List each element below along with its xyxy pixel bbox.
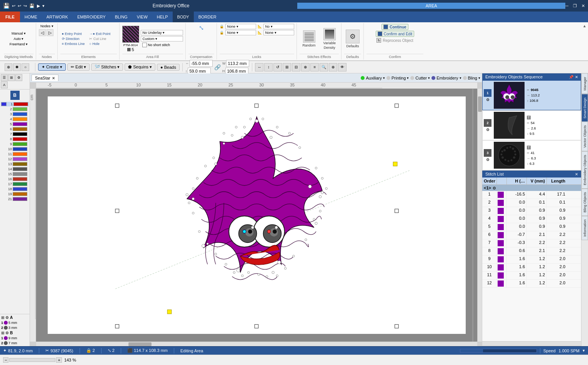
color-row-9[interactable]: 9 [1,142,29,146]
defaults-btn[interactable]: ⚙ Defaults [344,28,361,49]
color-row-14[interactable]: 14 [1,167,29,171]
vtab-embroidery-objects[interactable]: Embroidery Objects [581,151,588,189]
color-row-6[interactable]: 6 [1,127,29,131]
handle-bl[interactable] [115,324,119,328]
vtab-manager[interactable]: Manager [581,73,588,94]
obj-settings-2[interactable]: ⚙ [486,128,490,132]
menu-border[interactable]: BORDER [194,12,221,22]
no-underlay-dropdown[interactable]: No Underlay ▾ [141,30,183,35]
panel-separator[interactable] [472,89,473,342]
document-tab[interactable]: SeaStar ✕ [32,75,58,81]
reprocess-btn[interactable]: ↻ Reprocess Object [375,38,415,43]
menu-body[interactable]: BODY [173,12,194,22]
color-row-17[interactable]: 17 [1,182,29,186]
stitch-hscroll[interactable] [482,341,581,346]
color-row-8[interactable]: 8 [1,137,29,141]
cutter-tab[interactable]: Cutter▾ [410,76,430,80]
order-icon[interactable]: ≡ [310,63,319,71]
obj-settings-1[interactable]: ⚙ [486,98,490,102]
area-fill-thumb[interactable] [122,26,139,43]
save-btn[interactable]: 💾 [29,3,35,8]
redo-btn[interactable]: ↪ [23,3,27,8]
menu-home[interactable]: HOME [20,12,42,22]
needle-4[interactable]: 2 7 mm [1,341,28,345]
color-row-11[interactable]: 11 [1,152,29,156]
corner-marker[interactable] [393,162,397,166]
needle-1[interactable]: 1 5 mm [1,321,28,325]
embobj-pin[interactable]: 📌 [569,75,573,79]
flip-h-icon[interactable]: ↔ [255,63,263,71]
zoom-out-btn[interactable]: − [3,357,8,363]
menu-bling[interactable]: BLING [110,12,132,22]
lock-none-2[interactable]: None ▾ [225,30,256,35]
stitch-row-7[interactable]: 7 -0.3 2.2 2.2 [482,239,581,247]
left-tool-1[interactable]: ☰ [1,74,8,81]
stitch-row-12[interactable]: 12 1.6 1.2 2.0 [482,280,581,288]
vscroll-thumb[interactable] [478,96,482,112]
color-row-3[interactable]: 3 [1,112,29,116]
color-row-15[interactable]: 15 [1,172,29,176]
beads-btn[interactable]: ●Beads [157,64,180,71]
canvas-main[interactable] [36,89,477,342]
quick-btn[interactable]: ▶ [37,3,40,8]
minimize-btn[interactable]: ─ [565,3,568,8]
view-icon[interactable]: 👁 [338,63,346,71]
tool-icon-1[interactable]: ⊕ [5,63,12,71]
speed-dropdown[interactable]: ▾ [583,348,585,353]
freehand-dropdown[interactable]: FreeHand ▾ [8,42,30,46]
confirm-edit-btn[interactable]: Confirm and Edit [376,31,414,37]
color-row-12[interactable]: 12 [1,157,29,161]
stitches-btn[interactable]: 🪡Stitches ▾ [91,63,123,71]
handle-bm[interactable] [255,324,258,328]
node-tool-2[interactable]: ▷ [47,29,53,36]
handle-tl[interactable] [115,104,119,108]
color-row-18[interactable]: 18 [1,187,29,191]
obj-item-2[interactable]: 2 ⚙ T ✂ 54 ↔ [482,110,581,140]
color-row-7[interactable]: 7 [1,132,29,136]
color-row-2[interactable]: 2 [1,107,29,111]
menu-file[interactable]: FILE [0,12,20,22]
undo-btn[interactable]: ↩ [12,3,15,8]
color-row-10[interactable]: 10 [1,147,29,151]
doc-close[interactable]: ✕ [52,76,55,80]
color-row-4[interactable]: 4 [1,117,29,121]
ribbon-expand[interactable]: ▲ [583,23,586,60]
color-row-19[interactable]: 19 [1,192,29,196]
color-row-21[interactable]: 21 [1,197,29,201]
vscrollbar[interactable] [477,89,482,342]
entry-point-btn[interactable]: ● Entry Point [60,32,87,36]
auto-dropdown[interactable]: Auto ▾ [12,36,25,41]
color-row-1[interactable]: 1 [1,102,29,106]
group-icon[interactable]: ⊕ [301,63,310,71]
needle-2[interactable]: 2 3 mm [1,326,28,330]
handle-tr[interactable] [395,104,399,108]
color-row-16[interactable]: 16 [1,177,29,181]
short-stitch-row[interactable]: No short stitch [141,42,183,48]
menu-view[interactable]: VIEW [132,12,152,22]
hscrollbar[interactable] [36,342,477,346]
tool-icon-3[interactable]: ○ [22,63,29,71]
stitch-row-10[interactable]: 10 1.6 1.2 2.0 [482,264,581,272]
hscroll-thumb[interactable] [128,342,152,346]
vtab-bling-objects[interactable]: Bling Objects [581,189,588,216]
corner-marker-2[interactable] [167,310,172,314]
vtab-vector-objects[interactable]: Vector Objects [581,122,588,151]
variable-density-btn[interactable]: Variable Density [320,27,339,50]
rotate-icon[interactable]: ↺ [273,63,282,71]
dist-icon[interactable]: ⊟ [292,63,300,71]
vtab-smart-design[interactable]: Smart Design [581,94,588,122]
node-tool-1[interactable]: ◁ [39,29,46,36]
random-btn[interactable]: Random [300,30,319,48]
lock-none-1[interactable]: None ▾ [225,24,256,29]
left-tool-2[interactable]: ⊞ [8,74,15,81]
embobj-close[interactable]: ✕ [575,75,578,79]
left-tool-3[interactable]: ⚙ [15,74,22,81]
lock-none-3[interactable]: None ▾ [263,30,294,35]
search-icon[interactable]: 🔍 [320,63,328,71]
coord-x-input[interactable] [190,60,213,67]
handle-tm[interactable] [255,104,258,108]
exit-point-btn[interactable]: →● Exit Point [88,32,112,36]
handle-br[interactable] [395,324,399,328]
cut-line-btn[interactable]: ✂ Cut Line [88,36,112,41]
emboss-btn[interactable]: ≡ Emboss Line [60,41,87,46]
